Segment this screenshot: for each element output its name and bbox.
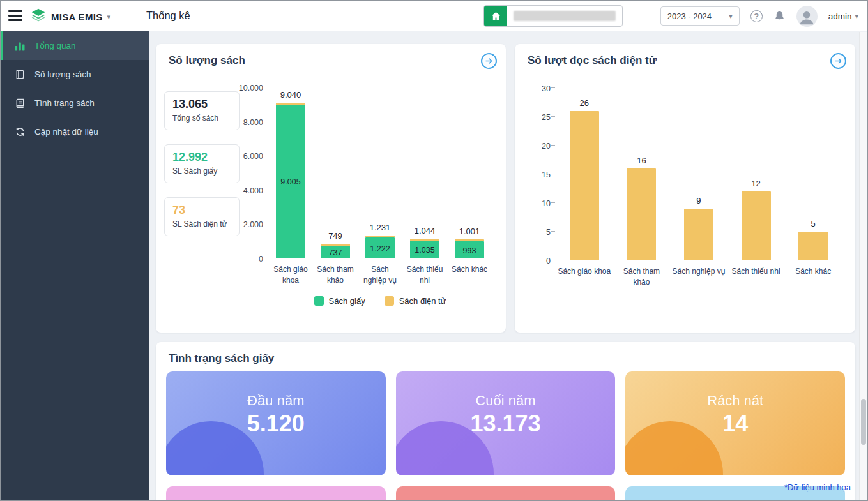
help-icon[interactable]: ? [750, 10, 763, 22]
bar-value: 12 [727, 179, 785, 188]
sidebar-item-label: Số lượng sách [34, 70, 91, 79]
bar [684, 209, 713, 260]
go-to-detail-button[interactable] [481, 53, 497, 69]
status-tile-partial [396, 486, 616, 500]
x-axis-label: Sách khác [447, 264, 492, 286]
book-status-icon [13, 98, 26, 108]
y-axis-tick-mark [551, 231, 555, 232]
status-tile-partial [166, 486, 386, 500]
user-menu[interactable]: admin ▾ [828, 11, 858, 21]
go-to-detail-button[interactable] [830, 53, 846, 69]
brand[interactable]: MISA EMIS ▾ [30, 7, 110, 26]
x-axis-label: Sách giáo khoa [556, 266, 613, 288]
card-title: Tình trạng sách giấy [169, 352, 274, 365]
legend-item: Sách giấy [314, 296, 365, 306]
y-axis-tick: 4.000 [232, 186, 263, 195]
chevron-down-icon: ▾ [729, 12, 733, 20]
stat-box: 12.992SL Sách giấy [164, 144, 240, 183]
bar-inner-value: 1.035 [402, 246, 447, 255]
y-axis-tick: 6.000 [232, 152, 263, 161]
menu-toggle-icon[interactable] [8, 10, 22, 24]
y-axis-tick: 0 [520, 257, 551, 265]
sidebar-item-label: Tổng quan [34, 41, 76, 50]
y-axis-tick: 8.000 [232, 118, 263, 127]
chart-x-axis: Sách giáo khoaSách tham khảoSách nghiệp … [268, 264, 492, 286]
chart-plot-area: 02.0004.0006.0008.00010.0009.0059.040737… [268, 87, 492, 258]
chart-plot-area: 05101520253026169125 [556, 88, 842, 260]
legend-swatch [385, 296, 394, 306]
bar-total-value: 1.044 [402, 226, 447, 236]
stat-label: Tổng số sách [172, 114, 231, 123]
bar-inner-value: 1.222 [358, 244, 402, 253]
y-axis-tick: 2.000 [232, 220, 263, 229]
bar-total-value: 9.040 [268, 90, 313, 100]
chart-x-axis: Sách giáo khoaSách tham khảoSách nghiệp … [556, 266, 842, 288]
sidebar-menu: Tổng quanSố lượng sáchTình trạng sáchCập… [1, 31, 149, 146]
notification-bell-icon[interactable] [773, 10, 786, 22]
y-axis-tick: 5 [520, 228, 551, 237]
y-axis-tick-mark [551, 87, 555, 88]
stat-value: 73 [172, 204, 231, 217]
x-axis-label: Sách nghiệp vụ [358, 264, 402, 286]
topbar-right: 2023 - 2024 ▾ ? admin ▾ [660, 1, 858, 31]
book-count-card: Số lượng sách 13.065Tổng số sách12.992SL… [156, 44, 506, 333]
tile-label: Cuối năm [396, 393, 616, 409]
book-status-card: Tình trạng sách giấy Đầu năm5.120Cuối nă… [156, 342, 855, 500]
y-axis-tick: 20 [520, 142, 551, 151]
status-tile: Rách nát14 [625, 371, 845, 475]
school-selector[interactable] [483, 5, 623, 27]
y-axis-tick-mark [551, 202, 555, 203]
bar-total-value: 1.231 [358, 223, 402, 232]
legend-label: Sách giấy [329, 296, 365, 306]
bar-inner-value: 9.005 [268, 177, 313, 186]
scrollbar-thumb[interactable] [861, 399, 866, 445]
sidebar: Tổng quanSố lượng sáchTình trạng sáchCập… [1, 31, 149, 500]
main-content: Số lượng sách 13.065Tổng số sách12.992SL… [149, 31, 867, 500]
tile-value: 14 [625, 410, 845, 437]
status-tiles-partial-row [166, 486, 845, 500]
bar-ebooks [455, 239, 484, 241]
vertical-scrollbar[interactable] [859, 32, 867, 500]
sidebar-item[interactable]: Cập nhật dữ liệu [1, 117, 149, 146]
y-axis-tick-mark [551, 260, 555, 260]
status-tile: Đầu năm5.120 [166, 371, 386, 475]
bar-total-value: 1.001 [447, 227, 492, 236]
bar [627, 168, 656, 260]
username: admin [828, 11, 852, 21]
x-axis-label: Sách thiếu nhi [402, 264, 447, 286]
summary-stats: 13.065Tổng số sách12.992SL Sách giấy73SL… [164, 91, 240, 236]
home-icon[interactable] [484, 6, 507, 26]
bar-value: 16 [613, 156, 671, 165]
topbar: MISA EMIS ▾ Thống kê 2023 - 2024 ▾ ? adm… [1, 1, 867, 31]
bar [570, 111, 599, 260]
sidebar-item[interactable]: Số lượng sách [1, 60, 149, 89]
sidebar-item-label: Cập nhật dữ liệu [34, 127, 98, 137]
page-title: Thống kê [146, 10, 190, 22]
bar-inner-value: 737 [313, 248, 358, 257]
status-tile: Cuối năm13.173 [396, 371, 616, 475]
sidebar-item[interactable]: Tình trạng sách [1, 89, 149, 117]
school-year-select[interactable]: 2023 - 2024 ▾ [660, 6, 740, 26]
book-count-chart: 02.0004.0006.0008.00010.0009.0059.040737… [232, 87, 501, 306]
y-axis-tick-mark [551, 116, 555, 117]
legend-label: Sách điện tử [399, 296, 446, 306]
y-axis-tick-mark [551, 145, 555, 146]
sidebar-item[interactable]: Tổng quan [1, 31, 149, 60]
sync-icon [13, 126, 26, 137]
stat-label: SL Sách giấy [172, 167, 231, 176]
x-axis-label: Sách thiếu nhi [727, 266, 785, 288]
y-axis-tick: 10 [520, 199, 551, 208]
school-name-redacted [514, 11, 616, 21]
bar-inner-value: 993 [447, 246, 492, 255]
tile-label: Rách nát [625, 393, 845, 409]
overview-chart-icon [13, 40, 26, 52]
avatar[interactable] [796, 6, 818, 27]
school-year-value: 2023 - 2024 [667, 11, 712, 21]
bar-ebooks [321, 244, 350, 246]
y-axis-tick: 15 [520, 170, 551, 179]
card-title: Số lượt đọc sách điện tử [528, 54, 657, 67]
card-title: Số lượng sách [169, 54, 245, 67]
bar-ebooks [276, 103, 305, 105]
brand-name: MISA EMIS [51, 11, 102, 22]
bar-value: 9 [670, 196, 727, 206]
